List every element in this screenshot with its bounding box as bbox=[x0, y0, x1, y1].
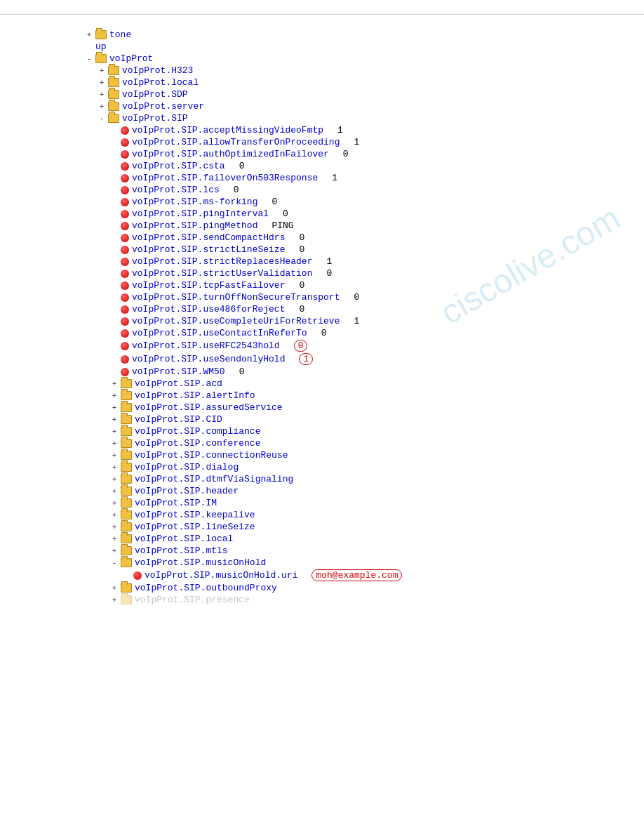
node-label[interactable]: voIpProt.SIP.conference bbox=[135, 438, 260, 449]
node-label[interactable]: voIpProt.SIP.strictLineSeize bbox=[132, 244, 285, 255]
node-label[interactable]: voIpProt.SIP.use486forReject bbox=[132, 304, 285, 315]
tree-expander[interactable]: + bbox=[109, 510, 119, 520]
node-label[interactable]: voIpProt.SIP.failoverOn503Response bbox=[132, 173, 318, 183]
node-label[interactable]: voIpProt.SIP.header bbox=[135, 486, 239, 496]
node-label[interactable]: voIpProt.SIP.strictReplacesHeader bbox=[132, 256, 312, 267]
tree-node-tone: +tone bbox=[84, 29, 644, 41]
node-label[interactable]: voIpProt.SIP.allowTransferOnProceeding bbox=[132, 137, 340, 147]
node-label[interactable]: voIpProt.SIP.pingInterval bbox=[132, 208, 269, 219]
node-label[interactable]: voIpProt.SIP.useCompleteUriForRetrieve bbox=[132, 316, 340, 326]
node-label[interactable]: voIpProt.SIP.local bbox=[135, 534, 233, 544]
node-label[interactable]: voIpProt.SIP.acd bbox=[135, 378, 222, 389]
tree-node-alertInfo: +voIpProt.SIP.alertInfo bbox=[84, 390, 644, 402]
tree-expander[interactable]: + bbox=[109, 391, 119, 401]
tree-expander[interactable]: + bbox=[109, 583, 119, 593]
node-label[interactable]: voIpProt.server bbox=[122, 101, 204, 112]
folder-icon bbox=[121, 522, 132, 531]
node-label[interactable]: voIpProt.SIP.authOptimizedInFailover bbox=[132, 149, 329, 159]
tree-expander bbox=[109, 245, 119, 255]
node-label[interactable]: voIpProt.SIP.useContactInReferTo bbox=[132, 328, 307, 338]
node-label[interactable]: voIpProt.SIP bbox=[122, 113, 188, 124]
tree-expander[interactable]: + bbox=[109, 475, 119, 484]
node-label[interactable]: voIpProt.SIP.useSendonlyHold bbox=[132, 354, 285, 364]
node-label[interactable]: voIpProt.SIP.compliance bbox=[135, 426, 260, 437]
node-label[interactable]: voIpProt.SIP.strictUserValidation bbox=[132, 268, 312, 279]
tree-expander[interactable]: + bbox=[97, 78, 107, 88]
leaf-icon bbox=[121, 210, 129, 218]
node-label[interactable]: voIpProt.SDP bbox=[122, 89, 188, 100]
node-value: 0 bbox=[299, 304, 304, 315]
tree-expander[interactable]: - bbox=[109, 558, 119, 568]
tree-expander[interactable]: + bbox=[109, 498, 119, 508]
tree-expander[interactable]: + bbox=[109, 427, 119, 437]
leaf-icon bbox=[121, 126, 129, 135]
node-label[interactable]: voIpProt.SIP.tcpFastFailover bbox=[132, 280, 285, 291]
node-label[interactable]: voIpProt.local bbox=[122, 77, 199, 88]
node-label[interactable]: voIpProt.SIP.csta bbox=[132, 161, 225, 171]
node-value: 0 bbox=[294, 340, 308, 352]
node-label[interactable]: voIpProt.SIP.dialog bbox=[135, 462, 239, 472]
node-label[interactable]: voIpProt.SIP.CID bbox=[135, 414, 222, 425]
node-label[interactable]: voIpProt.SIP.musicOnHold.uri bbox=[145, 570, 297, 581]
node-label[interactable]: voIpProt.SIP.acceptMissingVideoFmtp bbox=[132, 125, 323, 135]
node-value: 0 bbox=[343, 149, 349, 159]
tree-expander[interactable]: - bbox=[97, 114, 107, 124]
leaf-icon bbox=[121, 138, 129, 147]
node-label[interactable]: voIpProt.SIP.lineSeize bbox=[135, 522, 255, 532]
node-label[interactable]: voIpProt.SIP.keepalive bbox=[135, 510, 255, 520]
node-label[interactable]: voIpProt.SIP.assuredService bbox=[135, 402, 283, 413]
node-label[interactable]: voIpProt.SIP.sendCompactHdrs bbox=[132, 232, 285, 243]
node-label[interactable]: voIpProt.SIP.useRFC2543hold bbox=[132, 340, 280, 351]
tree-node-mtls: +voIpProt.SIP.mtls bbox=[84, 545, 644, 557]
node-label[interactable]: voIpProt.SIP.musicOnHold bbox=[135, 557, 266, 568]
node-label[interactable]: tone bbox=[109, 29, 131, 40]
tree-node-voIpProt.server: +voIpProt.server bbox=[84, 100, 644, 112]
node-label[interactable]: voIpProt.SIP.IM bbox=[135, 498, 217, 508]
node-label[interactable]: voIpProt.H323 bbox=[122, 65, 193, 76]
node-label[interactable]: voIpProt.SIP.pingMethod bbox=[132, 220, 257, 231]
tree-expander bbox=[109, 173, 119, 183]
tree-node-up: up bbox=[84, 41, 644, 53]
leaf-icon bbox=[121, 150, 129, 159]
tree-expander[interactable]: + bbox=[109, 486, 119, 496]
tree-expander[interactable]: + bbox=[109, 379, 119, 389]
folder-icon bbox=[121, 475, 132, 484]
tree-node-strictUserValidation: voIpProt.SIP.strictUserValidation0 bbox=[84, 267, 644, 279]
tree-expander bbox=[109, 185, 119, 195]
tree-expander[interactable]: - bbox=[84, 54, 94, 64]
tree-expander[interactable]: + bbox=[109, 522, 119, 532]
tree-node-outboundProxy: +voIpProt.SIP.outboundProxy bbox=[84, 582, 644, 594]
node-label[interactable]: voIpProt bbox=[109, 53, 153, 64]
tree-expander[interactable]: + bbox=[109, 463, 119, 472]
tree-expander[interactable]: + bbox=[109, 451, 119, 461]
node-label[interactable]: voIpProt.SIP.WM50 bbox=[132, 366, 225, 377]
tree-expander[interactable]: + bbox=[109, 403, 119, 413]
node-label[interactable]: voIpProt.SIP.outboundProxy bbox=[135, 583, 277, 593]
folder-icon bbox=[121, 595, 132, 604]
node-label[interactable]: voIpProt.SIP.turnOffNonSecureTransport bbox=[132, 292, 340, 303]
tree-node-useContactInReferTo: voIpProt.SIP.useContactInReferTo0 bbox=[84, 327, 644, 339]
node-label[interactable]: voIpProt.SIP.lcs bbox=[132, 185, 220, 195]
tree-expander[interactable]: + bbox=[97, 66, 107, 76]
tree-expander[interactable]: + bbox=[109, 546, 119, 556]
node-label[interactable]: voIpProt.SIP.mtls bbox=[135, 545, 228, 556]
node-label[interactable]: voIpProt.SIP.alertInfo bbox=[135, 390, 255, 401]
node-label[interactable]: up bbox=[95, 41, 107, 52]
node-label[interactable]: voIpProt.SIP.presence bbox=[135, 595, 250, 605]
tree-expander[interactable]: + bbox=[97, 90, 107, 100]
folder-icon bbox=[108, 90, 119, 99]
folder-icon bbox=[121, 546, 132, 555]
tree-node-CID: +voIpProt.SIP.CID bbox=[84, 413, 644, 425]
node-value: 1 bbox=[354, 316, 359, 326]
tree-expander[interactable]: + bbox=[109, 595, 119, 605]
node-label[interactable]: voIpProt.SIP.ms-forking bbox=[132, 197, 257, 207]
page: ciscolive.com +toneup-voIpProt+voIpProt.… bbox=[0, 0, 644, 834]
tree-expander[interactable]: + bbox=[109, 534, 119, 544]
node-label[interactable]: voIpProt.SIP.connectionReuse bbox=[135, 450, 288, 461]
tree-expander bbox=[109, 341, 119, 351]
tree-expander[interactable]: + bbox=[97, 102, 107, 112]
tree-expander[interactable]: + bbox=[109, 415, 119, 425]
tree-expander[interactable]: + bbox=[109, 439, 119, 449]
tree-expander[interactable]: + bbox=[84, 30, 94, 40]
node-label[interactable]: voIpProt.SIP.dtmfViaSignaling bbox=[135, 474, 293, 484]
